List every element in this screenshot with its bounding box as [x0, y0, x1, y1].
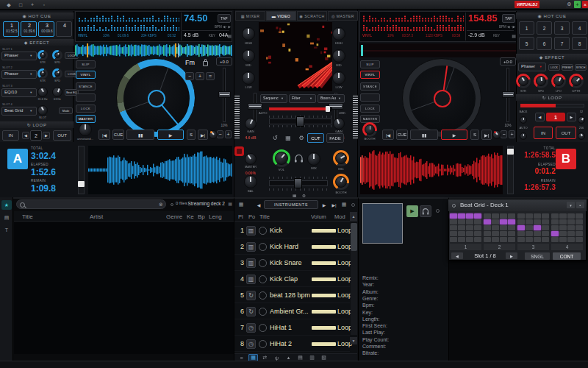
loop-in-button-b[interactable]: IN	[534, 127, 553, 139]
beatgrid-pad[interactable]	[450, 213, 457, 219]
beatgrid-pad[interactable]	[517, 237, 525, 242]
effect-preset-button-b[interactable]: PRESET	[562, 64, 573, 71]
sampler-progress-circle[interactable]	[259, 243, 267, 251]
beatgrid-pad[interactable]	[576, 231, 583, 236]
beatgrid-minimize-button[interactable]: ▾	[567, 202, 575, 208]
beatgrid-pad[interactable]	[474, 231, 481, 236]
transport-play[interactable]: ▶	[441, 130, 467, 140]
drum-machine-icon[interactable]: ▥	[246, 242, 256, 252]
beatgrid-pad[interactable]	[484, 213, 491, 219]
star-icon[interactable]: ★	[1, 200, 12, 210]
pitch-minus-button[interactable]: −	[217, 130, 223, 138]
maximize-button[interactable]: +	[574, 1, 581, 8]
beatgrid-pad[interactable]	[500, 237, 507, 242]
fade-button[interactable]: FADE	[326, 133, 344, 143]
hot-cue-b-5[interactable]: 5	[519, 37, 534, 50]
hot-cue-b-7[interactable]: 7	[554, 37, 570, 50]
beatgrid-pad[interactable]	[458, 237, 465, 242]
eq-left-low[interactable]	[242, 71, 255, 85]
beatgrid-pad[interactable]	[484, 231, 491, 236]
beatgrid-pad[interactable]	[526, 231, 533, 236]
cut-button[interactable]: CUT	[307, 133, 324, 143]
sampler-volume-bar[interactable]	[312, 342, 336, 346]
sampler-col-mod[interactable]: Mod	[334, 213, 349, 220]
beatgrid-pad[interactable]	[492, 237, 499, 242]
beatgrid-pad[interactable]	[450, 237, 457, 242]
beatgrid-pad[interactable]	[542, 219, 549, 224]
pitch-plus-button[interactable]: +	[225, 130, 232, 138]
deck-volume-fader[interactable]	[78, 181, 85, 187]
effect-synch-button-b[interactable]: SYNCH	[575, 64, 587, 71]
beatgrid-pad[interactable]	[576, 219, 583, 224]
balance-knob[interactable]	[244, 175, 257, 188]
beatgrid-close-button[interactable]: ▪	[576, 202, 584, 208]
preview-options-dot[interactable]	[436, 209, 440, 213]
hot-cue-b-8[interactable]: 8	[572, 37, 587, 50]
beatgrid-pad[interactable]	[474, 219, 481, 224]
effect-select-2[interactable]: Phaser▼	[1, 70, 37, 79]
effect-select-3[interactable]: EQ/10▼	[1, 88, 37, 97]
beatgrid-pad[interactable]	[492, 213, 499, 219]
key-plus-button[interactable]: +	[196, 72, 204, 80]
deck-slip-button[interactable]: SLIP	[76, 60, 96, 68]
effect-knob-b-STR[interactable]	[516, 74, 531, 88]
sampler-mode[interactable]: Loop	[337, 243, 352, 251]
deck-lock-button[interactable]: LOCK	[76, 105, 96, 113]
sampler-volume-bar[interactable]	[312, 294, 336, 297]
loop-slider-b[interactable]	[520, 104, 556, 107]
sampler-volume-bar[interactable]	[312, 310, 336, 314]
hot-cue-b-1[interactable]: 1	[519, 21, 534, 35]
sampler-row[interactable]: 5↻beat 128 bpmLoop	[234, 288, 350, 303]
beatgrid-pad[interactable]	[534, 213, 541, 219]
hot-cue-4[interactable]: 4	[56, 21, 72, 37]
text-icon[interactable]: T	[1, 225, 12, 235]
beatgrid-pad[interactable]	[466, 213, 473, 219]
sampler-mode[interactable]: Loop	[337, 227, 352, 235]
beatgrid-pad[interactable]	[567, 219, 575, 224]
sampler-options-dot[interactable]	[351, 203, 355, 207]
sampler-scroll-down[interactable]: ▼	[350, 337, 357, 344]
sampler-volume-bar[interactable]	[312, 326, 336, 330]
move-icon[interactable]: +	[28, 1, 37, 9]
sampler-grid-icon-left[interactable]: ▦	[237, 201, 245, 208]
drum-machine-icon[interactable]: ▥	[246, 275, 256, 284]
column-header-artist[interactable]: Artist	[90, 213, 156, 220]
beatgrid-pad[interactable]	[484, 237, 491, 242]
deck-side-knob[interactable]	[79, 123, 92, 136]
beatgrid-pad[interactable]	[517, 213, 525, 219]
beatgrid-pad[interactable]	[576, 225, 583, 230]
effect-mode-button[interactable]: Mode	[59, 107, 73, 114]
loop-length-knob[interactable]	[578, 132, 585, 140]
beatgrid-pad[interactable]	[551, 219, 559, 224]
jog-wheel[interactable]	[116, 58, 196, 138]
beatgrid-pad[interactable]	[508, 231, 515, 236]
loop-in-button[interactable]: IN	[2, 130, 19, 141]
gain-left-knob[interactable]	[245, 118, 257, 130]
sampler-volume-bar[interactable]	[312, 261, 336, 265]
jog-wheel[interactable]	[402, 58, 481, 138]
cue-slider[interactable]	[294, 178, 302, 188]
beatgrid-pad[interactable]	[542, 231, 549, 236]
transport-sync[interactable]: S	[187, 130, 196, 140]
window-icon[interactable]: □	[16, 1, 25, 9]
beatgrid-pad[interactable]	[474, 213, 481, 219]
loop-move-knob[interactable]	[578, 116, 585, 124]
beatgrid-pad[interactable]	[508, 213, 515, 219]
hot-cue-1[interactable]: 101:52.5	[3, 21, 19, 37]
globe-icon[interactable]: ◦	[40, 1, 49, 9]
cue-mix-knob[interactable]	[307, 152, 320, 166]
beatgrid-pad[interactable]	[492, 225, 499, 230]
beatgrid-pad[interactable]	[551, 237, 559, 242]
beatgrid-pad[interactable]	[534, 237, 541, 242]
beatgrid-pad[interactable]	[559, 225, 567, 230]
beatgrid-pad[interactable]	[450, 231, 457, 236]
eq-right-mid[interactable]	[332, 49, 345, 63]
beatgrid-pad[interactable]	[551, 231, 559, 236]
beatgrid-pad[interactable]	[567, 231, 575, 236]
drum-machine-icon[interactable]: ▥	[246, 226, 256, 236]
video-fx-select-1[interactable]: Sequenc▼	[260, 94, 287, 103]
transport-next[interactable]: ▶|	[481, 130, 492, 140]
hot-cue-b-4[interactable]: 4	[572, 21, 587, 35]
hot-cue-b-3[interactable]: 3	[554, 21, 570, 35]
deck-b-booth-ring[interactable]	[362, 122, 377, 137]
